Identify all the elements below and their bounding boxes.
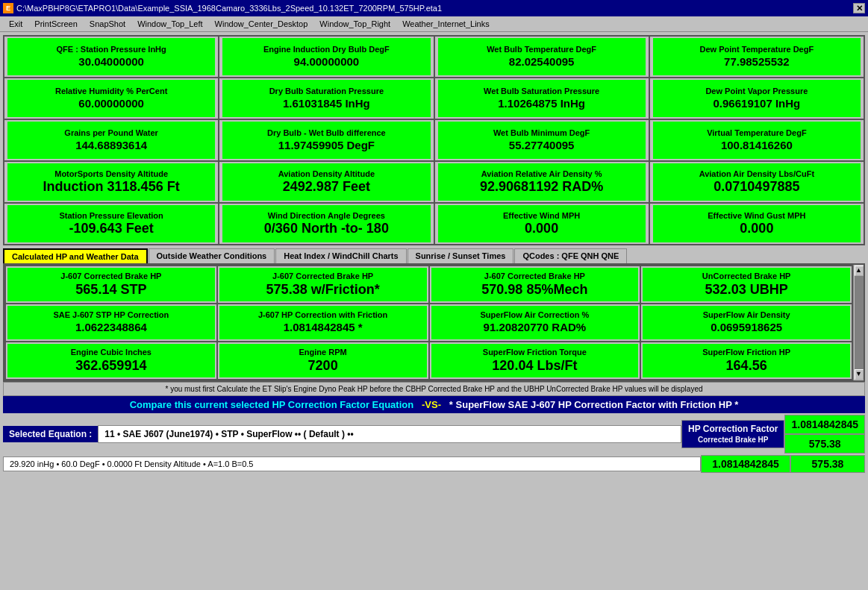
- cell-label: Dry Bulb - Wet Bulb difference: [267, 128, 386, 138]
- equation-bar: Selected Equation : 11 • SAE J607 (June1…: [3, 415, 865, 454]
- cell-label: Effective Wind MPH: [503, 211, 580, 221]
- title-bar: E C:\MaxPBHP8G\ETAPRO1\Data\Example_SSIA…: [0, 0, 868, 16]
- cell-label: Engine Induction Dry Bulb DegF: [263, 45, 390, 54]
- cell-label: J-607 Corrected Brake HP: [484, 272, 585, 281]
- scrollbar-right[interactable]: ▲ ▼: [853, 265, 864, 380]
- cell-label: UnCorrected Brake HP: [702, 272, 791, 281]
- cell-value: 91.20820770 RAD%: [484, 320, 587, 335]
- cell-label: Aviation Air Density Lbs/CuFt: [699, 169, 814, 179]
- table-row: Grains per Pound Water 144.68893614 Dry …: [4, 119, 864, 161]
- cell-value: 565.14 STP: [75, 282, 146, 298]
- tab-heat-index[interactable]: Heat Index / WindChill Charts: [275, 248, 406, 263]
- cell-label: Station Pressure Elevation: [59, 211, 163, 221]
- cell-label: SuperFlow Air Correction %: [481, 310, 590, 320]
- table-row: Station Pressure Elevation -109.643 Feet…: [4, 203, 864, 245]
- table-row: Relative Humidity % PerCent 60.00000000 …: [4, 78, 864, 119]
- scroll-down-button[interactable]: ▼: [855, 369, 864, 380]
- note-bar: * you must first Calculate the ET Slip's…: [3, 382, 865, 396]
- cell-value: Induction 3118.456 Ft: [43, 179, 180, 195]
- menu-snapshot[interactable]: SnapShot: [84, 18, 131, 30]
- cell-label: J-607 Corrected Brake HP: [272, 272, 373, 281]
- tab-outside-weather[interactable]: Outside Weather Conditions: [149, 248, 275, 263]
- cell-value: 362.659914: [75, 358, 146, 374]
- cell-label: SuperFlow Air Density: [703, 310, 790, 320]
- cell-label: SuperFlow Friction HP: [702, 348, 790, 357]
- cell-label: Dew Point Vapor Pressure: [705, 87, 808, 96]
- cell-value: 532.03 UBHP: [705, 282, 788, 298]
- cell-label: Aviation Density Altitude: [278, 169, 375, 179]
- tab-calculated-hp[interactable]: Calculated HP and Weather Data: [3, 248, 148, 263]
- cell-label: Dry Bulb Saturation Pressure: [269, 87, 384, 96]
- menu-window-top-left[interactable]: Window_Top_Left: [131, 18, 208, 30]
- cell-value: 120.04 Lbs/Ft: [492, 358, 577, 374]
- cell-label: Relative Humidity % PerCent: [55, 87, 167, 96]
- cell-value: 164.56: [726, 358, 767, 374]
- cell-value: 94.00000000: [294, 54, 360, 69]
- cell-label: J-607 HP Correction with Friction: [258, 310, 387, 320]
- scroll-track: [855, 276, 864, 369]
- cell-value: 0.000: [740, 221, 773, 236]
- tab-sunrise-sunset[interactable]: Sunrise / Sunset Times: [408, 248, 514, 263]
- cell-value: 575.38 w/Friction*: [266, 282, 380, 298]
- cell-label: QFE : Station Pressure InHg: [56, 45, 166, 54]
- cell-value: 7200: [308, 358, 338, 374]
- cell-value: 92.90681192 RAD%: [480, 179, 603, 195]
- formula-bar: 29.920 inHg • 60.0 DegF • 0.0000 Ft Dens…: [3, 455, 865, 473]
- app-icon: E: [3, 3, 13, 13]
- table-row: MotorSports Density Altitude Induction 3…: [4, 161, 864, 203]
- cell-label: SuperFlow Friction Torque: [483, 348, 587, 357]
- cell-value: 570.98 85%Mech: [481, 282, 587, 298]
- cell-label: SAE J-607 STP HP Correction: [53, 310, 169, 320]
- cell-value: 11.97459905 DegF: [278, 138, 375, 153]
- cell-label: Wind Direction Angle Degrees: [268, 211, 385, 221]
- menu-window-top-right[interactable]: Window_Top_Right: [313, 18, 396, 30]
- cell-value: 1.0622348864: [75, 320, 147, 335]
- tab-qcodes[interactable]: QCodes : QFE QNH QNE: [514, 248, 627, 263]
- corrected-hp-value: 575.38: [784, 434, 865, 454]
- cell-label: Engine RPM: [299, 348, 347, 357]
- close-button[interactable]: ✕: [853, 3, 865, 13]
- menu-bar: Exit PrintScreen SnapShot Window_Top_Lef…: [0, 16, 868, 32]
- compare-text-white: * SuperFlow SAE J-607 HP Correction Fact…: [449, 399, 738, 410]
- cell-value: 60.00000000: [78, 96, 144, 111]
- cell-label: Virtual Temperature DegF: [707, 128, 806, 138]
- formula-text: 29.920 inHg • 60.0 DegF • 0.0000 Ft Dens…: [3, 456, 701, 471]
- hp-factor-value: 1.0814842845: [784, 415, 865, 434]
- cell-value: 1.10264875 InHg: [498, 96, 585, 111]
- window-title: C:\MaxPBHP8G\ETAPRO1\Data\Example_SSIA_1…: [16, 4, 442, 13]
- top-data-grid: QFE : Station Pressure InHg 30.04000000 …: [3, 35, 865, 245]
- table-row: Engine Cubic Inches 362.659914 Engine RP…: [5, 342, 852, 380]
- cell-label: Effective Wind Gust MPH: [708, 211, 805, 221]
- cell-label: MotorSports Density Altitude: [54, 169, 168, 179]
- compare-section: Compare this current selected HP Correct…: [3, 396, 865, 413]
- cell-value: 144.68893614: [75, 138, 147, 153]
- note-text: * you must first Calculate the ET Slip's…: [165, 385, 702, 393]
- cell-value: 0/360 North -to- 180: [264, 221, 389, 236]
- lower-data-grid: J-607 Corrected Brake HP 565.14 STP J-60…: [4, 265, 853, 380]
- cell-value: 1.61031845 InHg: [283, 96, 370, 111]
- scroll-up-button[interactable]: ▲: [855, 266, 864, 276]
- hp-factor-label: HP Correction Factor Corrected Brake HP: [681, 420, 784, 448]
- cell-value: 2492.987 Feet: [283, 179, 370, 195]
- cell-value: 0.000: [525, 221, 558, 236]
- table-row: QFE : Station Pressure InHg 30.04000000 …: [4, 36, 864, 78]
- cell-value: 82.02540095: [509, 54, 575, 69]
- table-row: J-607 Corrected Brake HP 565.14 STP J-60…: [5, 266, 852, 304]
- menu-printscreen[interactable]: PrintScreen: [28, 18, 83, 30]
- cell-label: Wet Bulb Temperature DegF: [487, 45, 596, 54]
- cell-value: 0.96619107 InHg: [714, 96, 801, 111]
- cell-value: 0.0710497885: [714, 179, 799, 195]
- cell-value: 30.04000000: [78, 54, 144, 69]
- formula-cbhp: 575.38: [790, 455, 865, 473]
- equation-label: Selected Equation :: [3, 426, 98, 442]
- equation-value: 11 • SAE J607 (June1974) • STP • SuperFl…: [98, 425, 681, 443]
- cell-value: -109.643 Feet: [69, 221, 154, 236]
- compare-text-cyan: Compare this current selected HP Correct…: [130, 399, 413, 410]
- menu-window-center[interactable]: Window_Center_Desktop: [209, 18, 314, 30]
- cell-value: 100.81416260: [721, 138, 793, 153]
- cell-label: J-607 Corrected Brake HP: [60, 272, 161, 281]
- cell-value: 77.98525532: [724, 54, 790, 69]
- menu-weather-links[interactable]: Weather_Internet_Links: [396, 18, 496, 30]
- menu-exit[interactable]: Exit: [3, 18, 28, 30]
- tab-bar: Calculated HP and Weather Data Outside W…: [0, 247, 868, 263]
